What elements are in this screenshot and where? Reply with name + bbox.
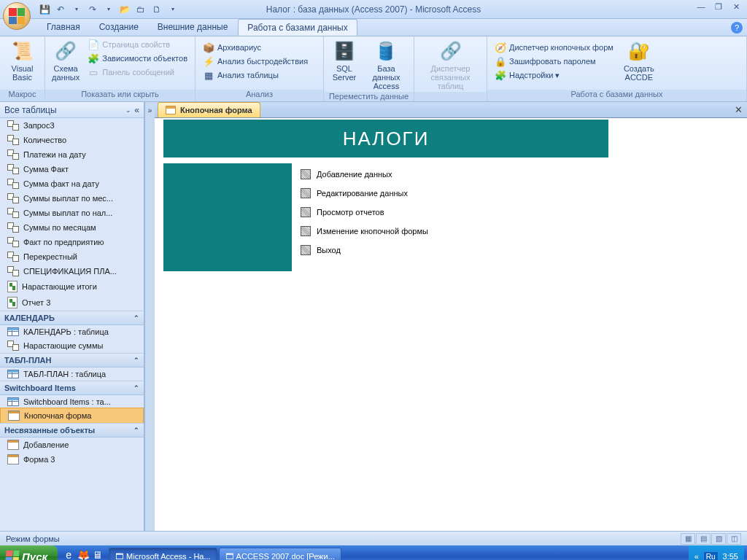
nav-collapse-icon[interactable]: «	[134, 105, 139, 115]
form-icon	[7, 454, 19, 464]
switchboard-item-button[interactable]	[301, 226, 311, 236]
nav-item[interactable]: Факт по предприятию	[0, 235, 144, 249]
start-button[interactable]: Пуск	[0, 545, 58, 560]
nav-item[interactable]: СПЕЦИФИКАЦИЯ ПЛА...	[0, 264, 144, 279]
nav-item[interactable]: Нарастающие итоги	[0, 279, 144, 295]
category-icon[interactable]: 🗀	[134, 3, 147, 16]
switchboard-item-button[interactable]	[301, 169, 311, 179]
switchboard-item-button[interactable]	[301, 188, 311, 198]
nav-item[interactable]: Сумма факт на дату	[0, 176, 144, 191]
shutter-bar[interactable]: »	[144, 102, 155, 531]
switchboard-menu-item[interactable]: Редактирование данных	[301, 188, 428, 198]
save-icon[interactable]: 💾	[38, 3, 51, 16]
nav-item[interactable]: Платежи на дату	[0, 147, 144, 162]
nav-item[interactable]: КАЛЕНДАРЬ : таблица	[0, 325, 144, 338]
close-button[interactable]: ✕	[728, 1, 744, 13]
new-doc-icon[interactable]: 🗋	[150, 3, 163, 16]
tab-create[interactable]: Создание	[90, 19, 147, 36]
nav-item[interactable]: ТАБЛ-ПЛАН : таблица	[0, 368, 144, 381]
nav-item[interactable]: Суммы по месяцам	[0, 220, 144, 235]
taskbar-task-button[interactable]: 🗔Microsoft Access - На...	[109, 548, 217, 560]
switchboard-item-button[interactable]	[301, 207, 311, 217]
nav-item[interactable]: Добавление	[0, 438, 144, 452]
nav-item[interactable]: Нарастающие суммы	[0, 338, 144, 353]
nav-item-label: КАЛЕНДАРЬ : таблица	[23, 327, 109, 336]
make-accde-button[interactable]: 🔐 Создать ACCDE	[619, 38, 659, 83]
nav-section-header[interactable]: ТАБЛ-ПЛАН⌃	[0, 353, 144, 368]
nav-header[interactable]: Все таблицы ⌄«	[0, 102, 144, 118]
nav-item[interactable]: Сумма Факт	[0, 162, 144, 176]
open-folder-icon[interactable]: 📂	[118, 3, 131, 16]
view-form-button[interactable]: ▦	[681, 533, 695, 545]
switchboard-item-button[interactable]	[301, 245, 311, 255]
documenter-button[interactable]: 📦Архивариус	[200, 41, 311, 54]
ql-ie-icon[interactable]: e	[62, 549, 75, 560]
message-bar-button[interactable]: ▭Панель сообщений	[85, 66, 190, 79]
nav-item[interactable]: Switchboard Items : та...	[0, 395, 144, 408]
titlebar: 💾 ↶ ▾ ↷ ▾ 📂 🗀 🗋 ▾ Налог : база данных (A…	[0, 0, 747, 19]
tray-expand-icon[interactable]: «	[694, 552, 699, 560]
nav-section-header[interactable]: Switchboard Items⌃	[0, 381, 144, 395]
nav-item[interactable]: Кнопочная форма	[0, 408, 144, 424]
task-app-icon: 🗔	[225, 552, 233, 560]
switchboard-menu-item[interactable]: Выход	[301, 245, 428, 255]
undo-icon[interactable]: ↶	[54, 3, 67, 16]
nav-item[interactable]: Суммы выплат по мес...	[0, 191, 144, 206]
minimize-button[interactable]: —	[693, 1, 709, 13]
view-datasheet-button[interactable]: ▤	[696, 533, 711, 545]
relationships-button[interactable]: 🔗 Схема данных	[50, 38, 82, 83]
nav-section-header[interactable]: КАЛЕНДАРЬ⌃	[0, 311, 144, 325]
nav-item[interactable]: Перекрестный	[0, 249, 144, 264]
switchboard-menu-item[interactable]: Изменение кнопочной формы	[301, 226, 428, 236]
office-logo-icon	[9, 8, 25, 24]
nav-item[interactable]: Суммы выплат по нал...	[0, 206, 144, 220]
system-tray: « Ru 3:55	[689, 545, 744, 560]
access-db-button[interactable]: 🛢️ База данных Access	[363, 38, 409, 92]
addins-button[interactable]: 🧩Надстройки ▾	[492, 69, 616, 82]
view-design-button[interactable]: ◫	[727, 533, 741, 545]
view-layout-button[interactable]: ▧	[711, 533, 726, 545]
restore-button[interactable]: ❐	[711, 1, 727, 13]
group-show-hide-label: Показать или скрыть	[45, 90, 195, 101]
language-indicator[interactable]: Ru	[703, 551, 719, 561]
analyze-table-button[interactable]: ▦Анализ таблицы	[200, 69, 311, 82]
switchboard-manager-button[interactable]: 🧭Диспетчер кнопочных форм	[492, 41, 616, 54]
redo-dropdown-icon[interactable]: ▾	[102, 3, 115, 16]
help-icon[interactable]: ?	[731, 22, 743, 34]
redo-icon[interactable]: ↷	[86, 3, 99, 16]
taskbar-task-button[interactable]: 🗔ACCESS 2007.doc [Режи...	[219, 548, 341, 560]
ql-desktop-icon[interactable]: 🖥	[91, 549, 104, 560]
lightning-icon: ⚡	[203, 55, 214, 67]
message-bar-icon: ▭	[88, 66, 99, 78]
office-button[interactable]	[3, 2, 31, 30]
nav-item-label: Нарастающие суммы	[23, 341, 103, 350]
qat-customize-icon[interactable]: ▾	[166, 3, 179, 16]
switchboard-side-panel	[163, 163, 292, 271]
property-sheet-button[interactable]: 📄Страница свойств	[85, 38, 190, 51]
tab-external-data[interactable]: Внешние данные	[149, 19, 237, 36]
nav-item-label: Платежи на дату	[23, 150, 86, 159]
switchboard-item-label: Добавление данных	[317, 170, 392, 179]
properties-icon: 📄	[88, 39, 99, 50]
tab-database-tools[interactable]: Работа с базами данных	[238, 19, 357, 36]
visual-basic-button[interactable]: 📜 Visual Basic	[4, 38, 40, 83]
nav-item[interactable]: Форма 3	[0, 452, 144, 467]
switchboard-menu-item[interactable]: Добавление данных	[301, 169, 428, 179]
nav-item[interactable]: Отчет 3	[0, 295, 144, 311]
nav-section-header[interactable]: Несвязанные объекты⌃	[0, 423, 144, 438]
quick-launch: e 🦊 🖥	[59, 549, 107, 560]
encrypt-button[interactable]: 🔒Зашифровать паролем	[492, 55, 616, 68]
document-tab[interactable]: Кнопочная форма	[158, 102, 260, 117]
object-dependencies-button[interactable]: 🧩Зависимости объектов	[85, 52, 190, 65]
analyze-performance-button[interactable]: ⚡Анализ быстродействия	[200, 55, 311, 68]
ql-browser-icon[interactable]: 🦊	[77, 549, 90, 560]
nav-dropdown-icon[interactable]: ⌄	[125, 106, 131, 114]
nav-item[interactable]: Количество	[0, 133, 144, 147]
undo-dropdown-icon[interactable]: ▾	[70, 3, 83, 16]
document-close-button[interactable]: ✕	[735, 104, 743, 115]
nav-item[interactable]: Запрос3	[0, 118, 144, 133]
query-icon	[7, 179, 19, 189]
sql-server-button[interactable]: 🗄️ SQL Server	[328, 38, 360, 83]
tab-home[interactable]: Главная	[38, 19, 89, 36]
switchboard-menu-item[interactable]: Просмотр отчетов	[301, 207, 428, 217]
